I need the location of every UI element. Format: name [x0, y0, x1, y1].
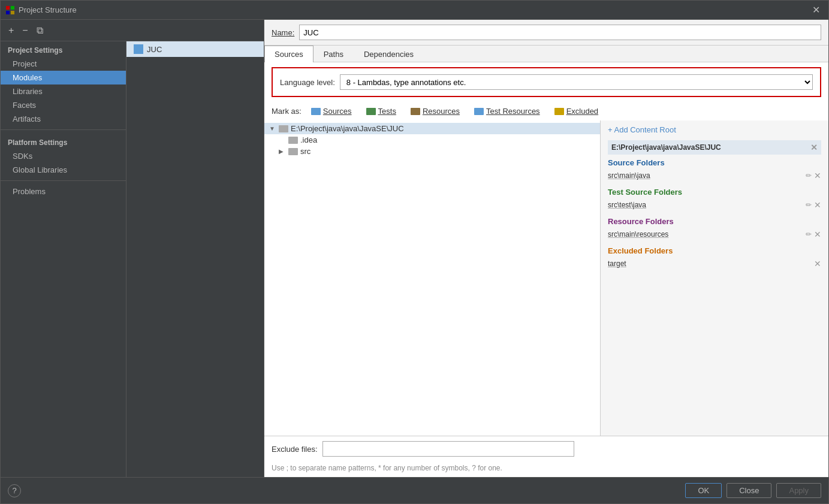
tab-content: Language level: 8 - Lambdas, type annota… — [264, 62, 828, 477]
help-button[interactable]: ? — [8, 484, 21, 497]
right-panel: + Add Content Root E:\Project\java\java\… — [601, 120, 828, 436]
sidebar-item-modules[interactable]: Modules — [1, 71, 126, 84]
resource-folders-section: Resource Folders src\main\resources ✏ ✕ — [608, 217, 821, 240]
tab-dependencies[interactable]: Dependencies — [354, 46, 424, 62]
name-input[interactable] — [299, 25, 821, 40]
test-source-folder-close-icon-0[interactable]: ✕ — [814, 200, 821, 210]
source-folder-entry-0: src\main\java ✏ ✕ — [608, 170, 821, 182]
svg-rect-2 — [6, 11, 10, 14]
main-panel: Name: Sources Paths Dependencies Languag… — [264, 20, 828, 477]
excluded-folder-icon — [554, 108, 564, 115]
module-list: JUC — [126, 41, 264, 477]
sidebar-item-sdks[interactable]: SDKs — [1, 149, 126, 163]
bottom-bar: ? OK Close Apply — [1, 477, 828, 503]
language-level-row: Language level: 8 - Lambdas, type annota… — [272, 67, 821, 97]
tree-item-src-label: src — [300, 147, 311, 156]
resource-folder-path-0: src\main\resources — [608, 230, 803, 239]
tabs-row: Sources Paths Dependencies — [264, 46, 828, 62]
name-label: Name: — [272, 28, 294, 37]
exclude-files-label: Exclude files: — [272, 445, 318, 454]
add-button[interactable]: + — [5, 24, 17, 37]
resource-folder-edit-icon-0[interactable]: ✏ — [806, 230, 812, 239]
tree-item-idea[interactable]: .idea — [264, 134, 600, 146]
svg-rect-0 — [6, 6, 10, 10]
tree-root-label: E:\Project\java\java\JavaSE\JUC — [291, 124, 404, 133]
sidebar-item-artifacts[interactable]: Artifacts — [1, 112, 126, 126]
tab-paths[interactable]: Paths — [313, 46, 354, 62]
project-settings-title: Project Settings — [1, 41, 126, 57]
source-folder-edit-icon-0[interactable]: ✏ — [806, 171, 812, 180]
sidebar: Project Settings Project Modules Librari… — [1, 41, 126, 477]
resources-folder-icon — [411, 108, 420, 115]
idea-folder-icon — [288, 137, 298, 144]
mark-excluded-button[interactable]: Excluded — [550, 105, 603, 117]
resource-folders-title: Resource Folders — [608, 217, 821, 226]
resource-folder-close-icon-0[interactable]: ✕ — [814, 230, 821, 239]
sidebar-item-libraries[interactable]: Libraries — [1, 84, 126, 98]
bottom-left: ? — [8, 484, 21, 497]
exclude-hint-text: Use ; to separate name patterns, * for a… — [264, 461, 828, 477]
exclude-files-input[interactable] — [322, 441, 574, 457]
mark-resources-button[interactable]: Resources — [406, 105, 465, 117]
platform-settings-title: Platform Settings — [1, 134, 126, 149]
title-bar-title: Project Structure — [19, 5, 809, 14]
resource-folder-entry-0: src\main\resources ✏ ✕ — [608, 228, 821, 240]
exclude-files-row: Exclude files: — [264, 436, 828, 461]
sidebar-item-problems[interactable]: Problems — [1, 185, 126, 198]
content-root-close-icon[interactable]: ✕ — [810, 143, 818, 152]
excluded-folder-path-0: target — [608, 259, 812, 268]
svg-rect-1 — [11, 6, 14, 10]
left-columns: Project Settings Project Modules Librari… — [1, 41, 264, 477]
close-icon[interactable]: ✕ — [809, 3, 824, 17]
content-root-path: E:\Project\java\java\JavaSE\JUC ✕ — [608, 140, 821, 155]
split-area: ▼ E:\Project\java\java\JavaSE\JUC .idea — [264, 120, 828, 436]
excluded-folder-entry-0: target ✕ — [608, 258, 821, 270]
test-source-folder-edit-icon-0[interactable]: ✏ — [806, 201, 812, 209]
test-source-folder-entry-0: src\test\java ✏ ✕ — [608, 199, 821, 211]
project-structure-dialog: Project Structure ✕ + − ⧉ Project Settin… — [0, 0, 829, 504]
add-content-root-button[interactable]: + Add Content Root — [608, 125, 821, 134]
mark-test-resources-button[interactable]: Test Resources — [469, 105, 545, 117]
source-folder-close-icon-0[interactable]: ✕ — [814, 171, 821, 180]
root-folder-icon — [279, 125, 288, 132]
tree-src-expand-icon[interactable]: ▶ — [279, 148, 286, 155]
copy-button[interactable]: ⧉ — [34, 24, 46, 37]
ok-button[interactable]: OK — [685, 483, 722, 498]
sources-folder-icon — [311, 108, 321, 115]
tree-root-item[interactable]: ▼ E:\Project\java\java\JavaSE\JUC — [264, 123, 600, 134]
source-folders-title: Source Folders — [608, 158, 821, 167]
tests-folder-icon — [366, 108, 376, 115]
language-level-select[interactable]: 8 - Lambdas, type annotations etc. 3 - A… — [340, 74, 813, 90]
mark-sources-button[interactable]: Sources — [306, 105, 357, 117]
language-level-label: Language level: — [280, 78, 335, 87]
test-source-folders-title: Test Source Folders — [608, 188, 821, 197]
mark-as-label: Mark as: — [272, 107, 302, 116]
remove-button[interactable]: − — [19, 24, 31, 37]
bottom-right: OK Close Apply — [685, 483, 821, 498]
source-folders-section: Source Folders src\main\java ✏ ✕ — [608, 158, 821, 182]
test-source-folder-path-0: src\test\java — [608, 201, 803, 209]
sidebar-item-global-libraries[interactable]: Global Libraries — [1, 163, 126, 177]
excluded-folders-title: Excluded Folders — [608, 246, 821, 255]
sidebar-item-facets[interactable]: Facets — [1, 98, 126, 112]
app-icon — [5, 5, 15, 15]
excluded-folder-close-icon-0[interactable]: ✕ — [814, 259, 821, 268]
close-button[interactable]: Close — [726, 483, 771, 498]
sidebar-divider-2 — [1, 180, 126, 181]
tree-collapse-icon: ▼ — [269, 125, 276, 132]
src-folder-icon — [288, 148, 298, 155]
left-panel: + − ⧉ Project Settings Project Modules L… — [1, 20, 264, 477]
name-row: Name: — [264, 20, 828, 46]
module-icon — [134, 44, 143, 54]
sidebar-divider — [1, 129, 126, 130]
module-item-juc[interactable]: JUC — [126, 41, 264, 57]
sidebar-item-project[interactable]: Project — [1, 57, 126, 71]
mark-tests-button[interactable]: Tests — [361, 105, 401, 117]
left-toolbar: + − ⧉ — [1, 20, 264, 41]
tab-sources[interactable]: Sources — [264, 46, 313, 62]
excluded-folders-section: Excluded Folders target ✕ — [608, 246, 821, 270]
test-source-folders-section: Test Source Folders src\test\java ✏ ✕ — [608, 188, 821, 211]
tree-item-src[interactable]: ▶ src — [264, 146, 600, 157]
apply-button[interactable]: Apply — [776, 483, 821, 498]
test-resources-folder-icon — [474, 108, 484, 115]
